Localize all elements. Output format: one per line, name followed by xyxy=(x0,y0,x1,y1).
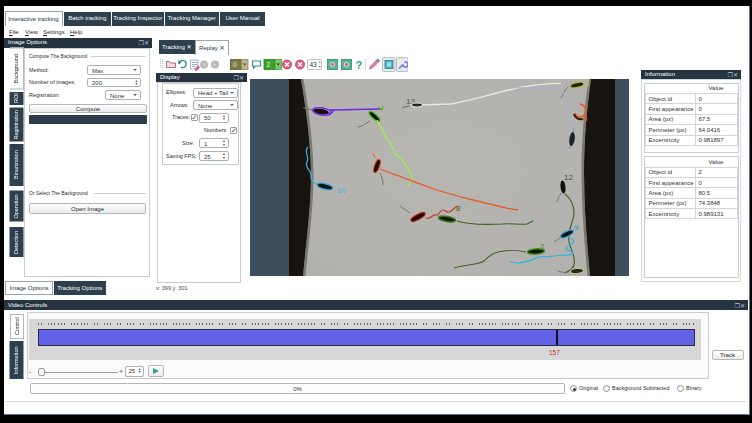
svg-text:12: 12 xyxy=(564,173,573,182)
svg-text:0: 0 xyxy=(233,61,237,68)
svg-text:8: 8 xyxy=(456,204,461,213)
svg-text:2: 2 xyxy=(267,61,271,68)
svg-text:6: 6 xyxy=(583,114,588,123)
svg-text:43: 43 xyxy=(310,61,318,68)
svg-text:10: 10 xyxy=(337,186,346,195)
svg-text:9: 9 xyxy=(574,223,579,232)
svg-text:?: ? xyxy=(356,59,363,71)
